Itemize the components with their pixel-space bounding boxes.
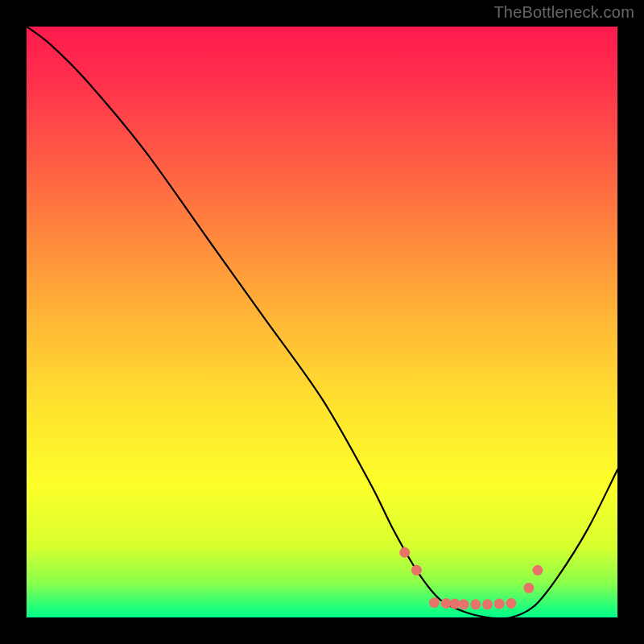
marker-dot	[399, 547, 410, 558]
marker-dot	[459, 599, 469, 609]
marker-dot	[523, 583, 534, 593]
marker-dot	[441, 598, 452, 609]
marker-dot	[494, 599, 505, 609]
highlight-markers	[399, 547, 543, 610]
bottleneck-curve	[27, 27, 617, 617]
watermark-text: TheBottleneck.com	[493, 3, 634, 22]
marker-dot	[482, 599, 493, 609]
chart-svg	[27, 27, 617, 617]
marker-dot	[429, 597, 440, 608]
marker-dot	[411, 565, 422, 576]
marker-dot	[470, 599, 481, 609]
plot-area	[27, 27, 617, 617]
marker-dot	[450, 599, 460, 609]
marker-dot	[506, 598, 516, 609]
marker-dot	[532, 565, 543, 576]
